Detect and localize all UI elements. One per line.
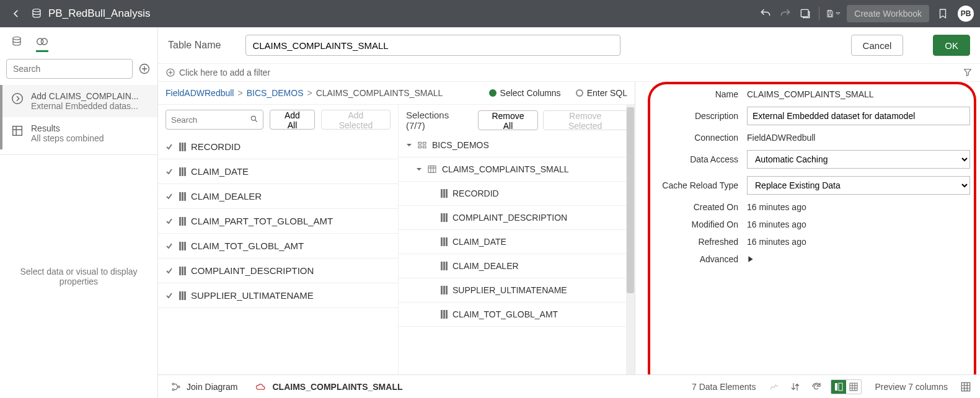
- create-workbook-button[interactable]: Create Workbook: [847, 5, 929, 22]
- column-icon: [441, 189, 448, 198]
- undo-icon[interactable]: [756, 4, 775, 24]
- collapse-icon: [406, 142, 412, 148]
- tree-column[interactable]: RECORDID: [399, 182, 635, 206]
- cancel-button[interactable]: Cancel: [851, 35, 904, 56]
- sidebar-tab-join[interactable]: [36, 33, 48, 52]
- results-icon: [10, 123, 25, 138]
- tree-column[interactable]: CLAIM_DEALER: [399, 254, 635, 278]
- available-columns-list: RECORDIDCLAIM_DATECLAIM_DEALERCLAIM_PART…: [158, 135, 398, 398]
- svg-rect-2: [829, 11, 831, 12]
- column-search-input[interactable]: [166, 110, 263, 130]
- breadcrumb-connection[interactable]: FieldADWRedbull: [166, 88, 234, 98]
- scrollbar[interactable]: [626, 105, 635, 398]
- tab-join-diagram[interactable]: Join Diagram: [166, 379, 242, 395]
- column-item[interactable]: COMPLAINT_DESCRIPTION: [158, 259, 398, 283]
- column-name: RECORDID: [191, 141, 241, 152]
- detail-connection-label: Connection: [645, 133, 738, 143]
- check-icon: [166, 267, 174, 275]
- tree-table[interactable]: CLAIMS_COMPLAINTS_SMALL: [399, 157, 635, 182]
- remove-all-button[interactable]: Remove All: [478, 110, 539, 130]
- bookmark-icon[interactable]: [933, 4, 953, 24]
- detail-name-value: CLAIMS_COMPLAINTS_SMALL: [747, 89, 970, 99]
- tree-column[interactable]: CLAIM_DATE: [399, 230, 635, 254]
- check-icon: [166, 168, 174, 175]
- refresh-icon[interactable]: [810, 381, 823, 392]
- column-item[interactable]: SUPPLIER_ULTIMATENAME: [158, 283, 398, 308]
- step-subtitle: All steps combined: [31, 133, 104, 143]
- column-item[interactable]: RECORDID: [158, 135, 398, 159]
- tree-column[interactable]: COMPLAINT_DESCRIPTION: [399, 206, 635, 230]
- detail-description-input[interactable]: [747, 107, 970, 125]
- column-name: CLAIM_PART_TOT_GLOBL_AMT: [191, 216, 333, 226]
- svg-rect-12: [418, 142, 422, 144]
- sidebar-search-input[interactable]: [6, 59, 133, 79]
- column-icon: [179, 267, 186, 275]
- edit-definition-icon[interactable]: [767, 381, 781, 392]
- table-icon[interactable]: [959, 381, 973, 392]
- column-icon: [441, 286, 448, 294]
- data-elements-count: 7 Data Elements: [692, 382, 756, 392]
- radio-enter-sql[interactable]: Enter SQL: [576, 88, 627, 98]
- svg-rect-16: [428, 166, 436, 173]
- check-icon: [166, 242, 174, 250]
- detail-modifiedon-value: 16 minutes ago: [747, 219, 970, 229]
- step-list: Add CLAIMS_COMPLAIN...External Embedded …: [0, 85, 157, 149]
- save-button[interactable]: [823, 4, 843, 24]
- grid-view-icon[interactable]: [846, 380, 861, 394]
- left-sidebar: Add CLAIMS_COMPLAIN...External Embedded …: [0, 27, 158, 398]
- step-item[interactable]: Add CLAIMS_COMPLAIN...External Embedded …: [2, 85, 157, 117]
- preview-icon[interactable]: [795, 4, 815, 24]
- column-item[interactable]: CLAIM_PART_TOT_GLOBL_AMT: [158, 209, 398, 234]
- add-icon[interactable]: [138, 62, 151, 76]
- properties-panel-empty: Select data or visual to display propert…: [0, 154, 157, 398]
- column-icon: [179, 217, 186, 226]
- back-button[interactable]: [6, 4, 26, 24]
- ok-button[interactable]: OK: [933, 35, 970, 56]
- sidebar-tab-db[interactable]: [11, 32, 22, 53]
- metadata-view-icon[interactable]: [831, 380, 846, 394]
- check-icon: [166, 292, 174, 299]
- check-icon: [166, 143, 174, 151]
- filter-hint[interactable]: Click here to add a filter: [179, 68, 270, 77]
- column-icon: [441, 310, 448, 319]
- selected-columns-tree: BICS_DEMOSCLAIMS_COMPLAINTS_SMALLRECORDI…: [399, 133, 635, 398]
- tree-schema[interactable]: BICS_DEMOS: [399, 133, 635, 157]
- detail-refreshed-label: Refreshed: [645, 237, 738, 247]
- arrow-right-circle-icon: [10, 91, 25, 106]
- column-item[interactable]: CLAIM_DATE: [158, 159, 398, 184]
- breadcrumb-table: CLAIMS_COMPLAINTS_SMALL: [316, 88, 443, 98]
- sort-icon[interactable]: [788, 381, 802, 392]
- view-toggle[interactable]: [831, 379, 862, 394]
- column-icon: [441, 262, 448, 270]
- search-icon: [250, 115, 258, 123]
- add-selected-button[interactable]: Add Selected: [321, 110, 391, 130]
- svg-rect-9: [13, 126, 22, 136]
- page-title: PB_RedBull_Analysis: [48, 7, 150, 20]
- tree-column[interactable]: CLAIM_TOT_GLOBL_AMT: [399, 303, 635, 327]
- add-filter-icon[interactable]: [166, 68, 175, 77]
- check-icon: [166, 218, 174, 225]
- breadcrumb-schema[interactable]: BICS_DEMOS: [247, 88, 304, 98]
- detail-createdon-value: 16 minutes ago: [747, 202, 970, 212]
- database-icon: [31, 8, 42, 19]
- svg-rect-23: [961, 383, 970, 391]
- detail-dataaccess-select[interactable]: Automatic Caching: [747, 150, 970, 169]
- detail-cachereload-select[interactable]: Replace Existing Data: [747, 176, 970, 195]
- detail-advanced-label: Advanced: [645, 254, 738, 264]
- step-item[interactable]: ResultsAll steps combined: [2, 117, 157, 149]
- advanced-expand[interactable]: [747, 255, 970, 263]
- column-item[interactable]: CLAIM_DEALER: [158, 184, 398, 209]
- tab-active-table[interactable]: CLAIMS_COMPLAINTS_SMALL: [250, 379, 407, 394]
- avatar[interactable]: PB: [958, 6, 974, 22]
- tree-column[interactable]: SUPPLIER_ULTIMATENAME: [399, 278, 635, 303]
- join-diagram-icon: [170, 381, 182, 392]
- detail-refreshed-value: 16 minutes ago: [747, 237, 970, 247]
- remove-selected-button[interactable]: Remove Selected: [543, 110, 627, 130]
- filter-icon[interactable]: [963, 68, 973, 77]
- radio-select-columns[interactable]: Select Columns: [489, 88, 561, 98]
- add-all-button[interactable]: Add All: [270, 110, 315, 130]
- svg-point-4: [13, 37, 20, 40]
- redo-icon[interactable]: [775, 4, 795, 24]
- table-name-input[interactable]: [245, 35, 620, 56]
- column-item[interactable]: CLAIM_TOT_GLOBL_AMT: [158, 234, 398, 259]
